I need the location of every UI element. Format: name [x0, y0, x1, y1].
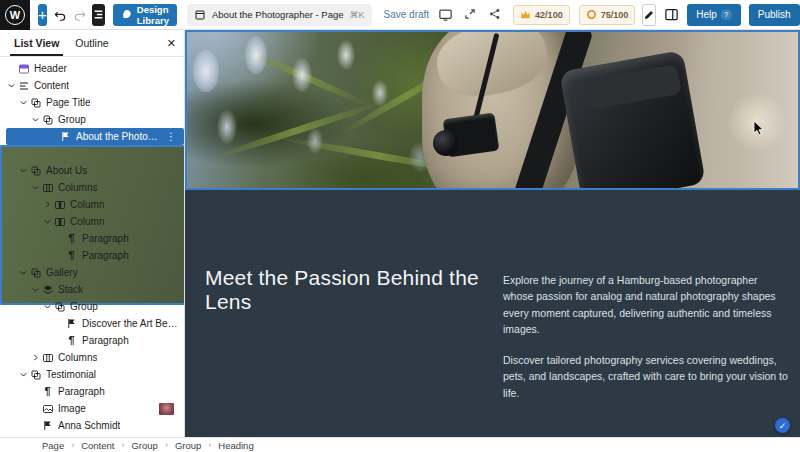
chevron-spacer — [29, 420, 41, 432]
group-block-icon — [29, 266, 42, 279]
share-icon[interactable] — [488, 7, 504, 23]
breadcrumb-item-heading[interactable]: Heading — [218, 440, 253, 451]
tree-item-label: Paragraph — [58, 386, 105, 397]
tree-item-about-us[interactable]: About Us — [0, 162, 184, 179]
fullscreen-icon[interactable] — [463, 7, 479, 23]
tree-item-column[interactable]: Column — [0, 196, 184, 213]
tree-item-anna-schmidt[interactable]: Anna Schmidt — [0, 417, 184, 434]
undo-button[interactable] — [53, 4, 67, 26]
chevron-down-icon[interactable] — [17, 267, 29, 279]
check-icon: ✓ — [779, 421, 787, 431]
tree-item-paragraph[interactable]: ¶Paragraph — [0, 230, 184, 247]
group-block-icon — [29, 368, 42, 381]
hero-flower — [372, 80, 388, 106]
tree-item-group[interactable]: Group — [0, 298, 184, 315]
publish-button[interactable]: Publish — [749, 4, 800, 26]
seo-score-value: 42/100 — [535, 10, 563, 20]
tree-item-label: Paragraph — [82, 233, 129, 244]
tree-item-stack[interactable]: Stack — [0, 281, 184, 298]
chevron-down-icon[interactable] — [17, 97, 29, 109]
section-paragraph-1[interactable]: Explore the journey of a Hamburg-based p… — [503, 272, 788, 337]
stack-block-icon — [41, 283, 54, 296]
tree-item-paragraph[interactable]: ¶Paragraph — [0, 247, 184, 264]
section-heading[interactable]: Meet the Passion Behind the Lens — [205, 266, 505, 314]
document-title: About the Photographer - Page — [212, 9, 344, 20]
settings-sidebar-toggle[interactable] — [664, 7, 679, 23]
tree-item-columns[interactable]: Columns — [0, 349, 184, 366]
seo-score-badge[interactable]: 42/100 — [513, 5, 570, 25]
tree-item-column[interactable]: Column — [0, 213, 184, 230]
hero-flower — [337, 40, 355, 70]
group-block-icon — [41, 113, 54, 126]
tree-item-page-title[interactable]: Page Title — [0, 94, 184, 111]
document-title-button[interactable]: About the Photographer - Page ⌘K — [187, 4, 372, 26]
tree-item-image[interactable]: Image — [0, 145, 184, 162]
chevron-down-icon[interactable] — [29, 284, 41, 296]
tree-item-label: Page Title — [46, 97, 90, 108]
chevron-down-icon[interactable] — [41, 301, 53, 313]
add-block-button[interactable]: + — [38, 4, 47, 26]
accessibility-check-button[interactable]: ✓ — [775, 418, 790, 433]
tree-item-label: Discover the Art Behind t... — [82, 318, 180, 329]
chevron-spacer — [29, 403, 41, 415]
publish-label: Publish — [758, 9, 791, 20]
tree-item-label: Paragraph — [82, 335, 129, 346]
save-draft-button[interactable]: Save draft — [384, 9, 430, 20]
tab-outline[interactable]: Outline — [67, 30, 116, 56]
chevron-right-icon[interactable] — [29, 352, 41, 364]
redo-button[interactable] — [73, 4, 87, 26]
tree-item-testimonial[interactable]: Testimonial — [0, 366, 184, 383]
tree-item-gallery[interactable]: Gallery — [0, 264, 184, 281]
performance-score-badge[interactable]: 75/100 — [579, 5, 636, 25]
wordpress-logo[interactable]: W — [0, 0, 30, 30]
camera-lens — [433, 130, 459, 156]
chevron-spacer — [53, 318, 65, 330]
edit-mode-button[interactable] — [642, 4, 656, 26]
wordpress-logo-icon: W — [5, 5, 25, 25]
row-options-icon[interactable]: ⋮ — [162, 131, 180, 142]
tab-list-view[interactable]: List View — [6, 30, 67, 56]
tree-item-paragraph[interactable]: ¶Paragraph — [0, 383, 184, 400]
column-block-icon — [53, 198, 66, 211]
breadcrumb-item-group[interactable]: Group — [175, 440, 201, 451]
tree-item-content[interactable]: Content — [0, 77, 184, 94]
tree-item-label: About Us — [46, 165, 87, 176]
tree-item-discover-the-art-behind-t[interactable]: Discover the Art Behind t... — [0, 315, 184, 332]
preview-desktop-icon[interactable] — [438, 7, 454, 23]
breadcrumb-separator: › — [165, 440, 168, 450]
breadcrumb-item-page[interactable]: Page — [42, 440, 64, 451]
breadcrumb-item-content[interactable]: Content — [81, 440, 114, 451]
tree-item-group[interactable]: Group — [0, 111, 184, 128]
tree-item-label: Gallery — [46, 267, 78, 278]
chevron-down-icon[interactable] — [41, 216, 53, 228]
tree-item-label: Columns — [58, 352, 97, 363]
tree-item-label: Stack — [58, 284, 83, 295]
chevron-down-icon[interactable] — [17, 369, 29, 381]
tree-item-label: Anna Schmidt — [58, 420, 120, 431]
tree-item-columns[interactable]: Columns — [0, 179, 184, 196]
hero-image-block[interactable] — [185, 30, 800, 190]
paragraph-block-icon: ¶ — [65, 249, 78, 262]
tree-item-paragraph[interactable]: ¶Paragraph — [0, 332, 184, 349]
design-library-button[interactable]: Design Library — [113, 4, 177, 26]
breadcrumb-separator: › — [208, 440, 211, 450]
section-paragraph-2[interactable]: Discover tailored photography services c… — [503, 352, 788, 401]
chevron-down-icon[interactable] — [17, 165, 29, 177]
breadcrumb-item-group[interactable]: Group — [131, 440, 157, 451]
chevron-down-icon[interactable] — [29, 182, 41, 194]
group-block-icon — [29, 164, 42, 177]
chevron-down-icon[interactable] — [29, 114, 41, 126]
tree-item-label: Content — [34, 80, 69, 91]
document-overview-button[interactable] — [92, 4, 105, 26]
tree-item-about-the-photographer[interactable]: About the Photographer⋮ — [6, 128, 184, 145]
close-icon[interactable]: ✕ — [167, 30, 176, 56]
hero-flower — [193, 50, 219, 92]
help-button[interactable]: Help ? — [687, 4, 741, 26]
pencil-icon — [643, 9, 655, 21]
about-section[interactable]: Meet the Passion Behind the Lens Explore… — [185, 190, 800, 437]
tree-item-header[interactable]: Header — [0, 60, 184, 77]
chevron-right-icon[interactable] — [41, 199, 53, 211]
chevron-down-icon[interactable] — [5, 80, 17, 92]
section-copy: Explore the journey of a Hamburg-based p… — [503, 272, 788, 401]
tree-item-image[interactable]: Image — [0, 400, 184, 417]
